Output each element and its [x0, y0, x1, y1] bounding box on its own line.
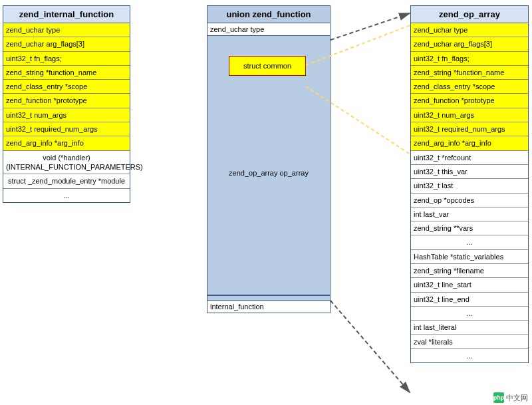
right-row: uint32_t this_var — [411, 165, 528, 179]
left-row: uint32_t num_args — [3, 108, 130, 122]
right-row: uint32_t last — [411, 179, 528, 193]
right-row: ... — [411, 349, 528, 362]
left-row: zend_uchar arg_flags[3] — [3, 37, 130, 51]
left-row: zend_function *prototype — [3, 94, 130, 108]
left-row: struct _zend_module_entry *module — [3, 174, 130, 188]
right-row: int last_literal — [411, 321, 528, 335]
right-row: zend_op *opcodes — [411, 194, 528, 207]
union-title: union zend_function — [207, 6, 330, 23]
struct-zend-internal-function: zend_internal_function zend_uchar typeze… — [3, 5, 130, 203]
svg-line-0 — [331, 13, 410, 40]
struct-title-right: zend_op_array — [411, 6, 528, 23]
left-row: zend_string *function_name — [3, 66, 130, 80]
right-row: HashTable *static_variables — [411, 250, 528, 264]
right-row: zend_function *prototype — [411, 94, 528, 108]
union-internal-function: internal_function — [207, 301, 330, 313]
watermark: php 中文网 — [493, 392, 528, 403]
watermark-text: 中文网 — [506, 393, 528, 403]
union-zend-function: union zend_function zend_uchar type stru… — [207, 5, 331, 313]
left-row: zend_uchar type — [3, 23, 130, 37]
struct-body-left: zend_uchar typezend_uchar arg_flags[3]ui… — [3, 23, 130, 202]
right-row: int last_var — [411, 207, 528, 221]
struct-body-right: zend_uchar typezend_uchar arg_flags[3]ui… — [411, 23, 528, 362]
watermark-logo: php — [493, 392, 504, 403]
right-row: uint32_t required_num_args — [411, 122, 528, 136]
struct-common-box: struct common — [229, 56, 306, 76]
right-row: zval *literals — [411, 335, 528, 349]
union-op-array-section: struct common zend_op_array op_array — [207, 36, 330, 295]
right-row: uint32_t fn_flags; — [411, 52, 528, 66]
union-type-row: zend_uchar type — [207, 23, 330, 36]
right-row: zend_uchar type — [411, 23, 528, 37]
right-row: zend_arg_info *arg_info — [411, 136, 528, 150]
right-row: ... — [411, 235, 528, 249]
right-row: uint32_t num_args — [411, 108, 528, 122]
right-row: uint32_t line_start — [411, 278, 528, 292]
op-array-label: zend_op_array op_array — [207, 169, 330, 177]
right-row: zend_string *filename — [411, 264, 528, 278]
left-row: zend_arg_info *arg_info — [3, 136, 130, 150]
right-row: ... — [411, 307, 528, 321]
union-internal-cut: zend_internal_function — [207, 295, 330, 301]
left-row: void (*handler)(INTERNAL_FUNCTION_PARAME… — [3, 151, 130, 175]
union-body: zend_uchar type struct common zend_op_ar… — [207, 23, 330, 313]
right-row: uint32_t *refcount — [411, 151, 528, 165]
left-row: uint32_t fn_flags; — [3, 52, 130, 66]
svg-line-1 — [331, 301, 410, 392]
left-row: zend_class_entry *scope — [3, 80, 130, 94]
right-row: zend_string *function_name — [411, 66, 528, 80]
right-row: zend_class_entry *scope — [411, 80, 528, 94]
right-row: uint32_t line_end — [411, 293, 528, 307]
left-row: uint32_t required_num_args — [3, 122, 130, 136]
right-row: zend_string **vars — [411, 221, 528, 235]
right-row: zend_uchar arg_flags[3] — [411, 37, 528, 51]
struct-title-left: zend_internal_function — [3, 6, 130, 23]
struct-zend-op-array: zend_op_array zend_uchar typezend_uchar … — [410, 5, 529, 363]
left-row: ... — [3, 189, 130, 202]
